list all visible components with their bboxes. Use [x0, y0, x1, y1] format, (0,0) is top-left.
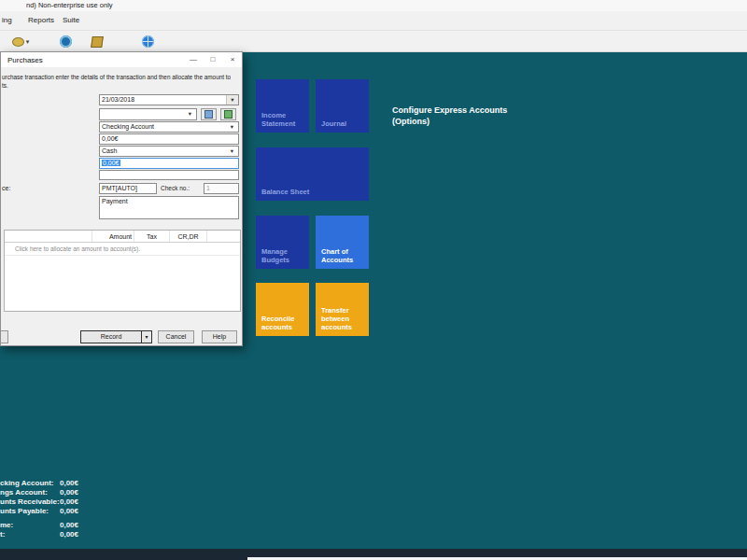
tile-label: Income Statement [261, 111, 295, 128]
payment-method-select[interactable]: Cash ▾ [99, 146, 239, 157]
balance-value: 0,00€ [60, 530, 78, 539]
close-icon[interactable]: × [223, 52, 242, 67]
balance-value: 0,00€ [60, 507, 78, 515]
payee-card-icon [204, 110, 213, 119]
tile-chart-of-accounts[interactable]: Chart of Accounts [316, 216, 369, 269]
dialog-description: urchase transaction enter the details of… [2, 74, 231, 80]
payee-combobox[interactable]: ▾ [99, 108, 197, 120]
balance-label: t: [0, 530, 5, 539]
chevron-down-icon[interactable]: ▾ [185, 109, 195, 119]
column-header [5, 231, 92, 242]
configure-express-accounts-link[interactable]: Configure Express Accounts (Options) [392, 105, 507, 127]
amount-field[interactable]: 0,00€ [99, 133, 239, 145]
column-header-tax: Tax [134, 231, 170, 242]
payee-card-button[interactable] [201, 108, 217, 120]
column-header [207, 231, 240, 242]
toolbar-options-button[interactable] [86, 33, 108, 50]
window-titlebar: nd) Non-enterprise use only [0, 0, 747, 11]
tile-income-statement[interactable]: Income Statement [256, 79, 309, 133]
balance-value: 0,00€ [60, 479, 78, 487]
money-out-icon [12, 37, 24, 47]
column-header-amount: Amount [92, 231, 134, 242]
options-icon [91, 36, 104, 48]
tile-transfer-between-accounts[interactable]: Transfer between accounts [316, 283, 369, 336]
allocation-table-header: Amount Tax CR,DR [5, 231, 240, 243]
tile-journal[interactable]: Journal [316, 79, 369, 133]
balance-label: cking Account: [0, 479, 53, 487]
menu-item-cutoff[interactable]: ing [2, 16, 12, 24]
check-no-label: Check no.: [161, 185, 190, 191]
balance-value: 0,00€ [60, 497, 78, 506]
cancel-button[interactable]: Cancel [158, 330, 194, 343]
allocation-placeholder: Click here to allocate an amount to acco… [5, 245, 140, 252]
tile-balance-sheet[interactable]: Balance Sheet [256, 147, 369, 201]
tile-label: Balance Sheet [261, 188, 309, 196]
web-access-icon [142, 35, 154, 48]
payee-browse-button[interactable] [220, 108, 236, 120]
allocation-table: Amount Tax CR,DR Click here to allocate … [4, 230, 241, 312]
notes-field[interactable]: Payment [99, 196, 239, 219]
toolbar-web-access-button[interactable] [136, 33, 159, 50]
amount-tendered-field[interactable]: 0,00€ [99, 158, 239, 169]
column-header-crdr: CR,DR [170, 231, 207, 242]
menu-item-suite[interactable]: Suite [63, 16, 79, 24]
reference-field[interactable]: PMT[AUTO] [99, 183, 157, 194]
dialog-description: ts. [2, 82, 8, 89]
app-window: nd) Non-enterprise use only ing Reports … [0, 0, 747, 560]
purchases-dialog: Purchases — □ × urchase transaction ente… [0, 51, 243, 346]
tile-label: Chart of Accounts [321, 247, 353, 264]
dialog-title: Purchases [7, 56, 43, 64]
balance-label: unts Receivable: [0, 497, 60, 506]
reference-label: ce: [2, 185, 10, 191]
dialog-titlebar[interactable]: Purchases — □ × [1, 52, 242, 67]
toolbar: ▾ [0, 31, 747, 52]
payee-browse-icon [224, 110, 233, 119]
balance-label: ngs Account: [0, 488, 48, 497]
balance-label: unts Payable: [0, 507, 49, 515]
record-dropdown-icon[interactable]: ▾ [142, 330, 152, 343]
toolbar-reports-button[interactable] [54, 33, 77, 50]
record-button[interactable]: Record [80, 330, 142, 343]
date-field[interactable]: 21/03/2018 ▾ [99, 94, 239, 105]
tile-label: Journal [321, 119, 346, 128]
tile-label: Manage Budgets [261, 247, 289, 264]
date-picker-dropdown-icon[interactable]: ▾ [226, 95, 238, 105]
taskbar[interactable] [0, 549, 747, 560]
help-button[interactable]: Help [202, 330, 237, 343]
balance-value: 0,00€ [60, 521, 78, 529]
change-field[interactable] [99, 170, 239, 180]
minimize-icon[interactable]: — [184, 52, 203, 67]
check-no-field[interactable]: 1 [204, 183, 239, 194]
maximize-icon[interactable]: □ [204, 52, 222, 67]
chevron-down-icon[interactable]: ▾ [227, 147, 237, 156]
reports-icon [60, 35, 72, 48]
tile-reconcile-accounts[interactable]: Reconcile accounts [256, 283, 309, 336]
chevron-down-icon: ▾ [26, 38, 30, 46]
allocation-row[interactable]: Click here to allocate an amount to acco… [5, 243, 240, 256]
balance-value: 0,00€ [60, 488, 78, 497]
menu-item-reports[interactable]: Reports [28, 16, 54, 24]
selected-text: 0,00€ [102, 160, 120, 166]
tile-label: Transfer between accounts [321, 306, 352, 331]
tile-label: Reconcile accounts [261, 315, 294, 331]
tile-manage-budgets[interactable]: Manage Budgets [256, 216, 309, 269]
window-title: nd) Non-enterprise use only [26, 1, 113, 9]
account-select[interactable]: Checking Account ▾ [99, 121, 239, 133]
cutoff-button[interactable] [0, 330, 8, 343]
chevron-down-icon[interactable]: ▾ [227, 122, 237, 132]
menu-bar: ing Reports Suite [0, 11, 747, 31]
toolbar-money-out-button[interactable]: ▾ [6, 33, 35, 50]
balance-label: me: [0, 521, 13, 529]
